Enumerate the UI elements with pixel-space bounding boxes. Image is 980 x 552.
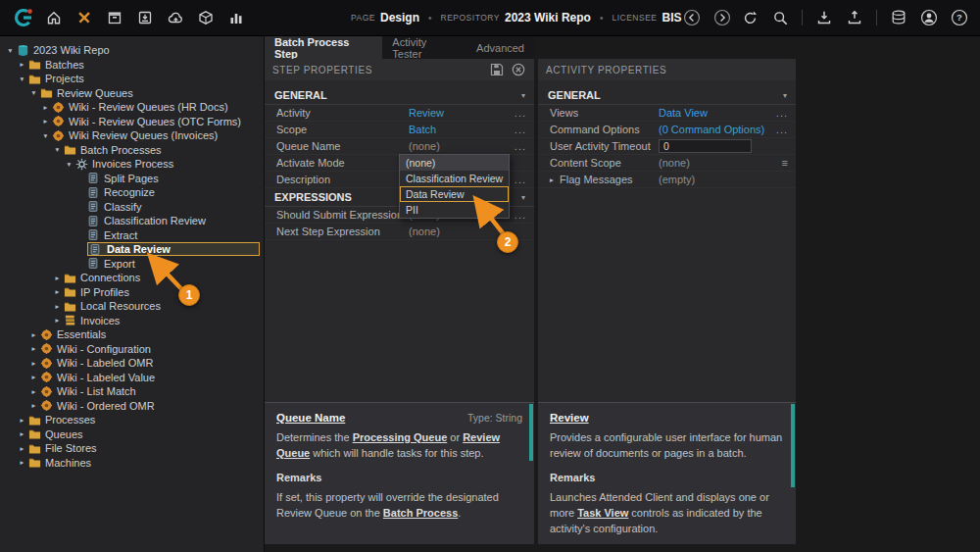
activity-general-section-header[interactable]: GENERAL ▾ — [538, 86, 796, 105]
help-link[interactable]: Batch Process — [383, 507, 458, 519]
expander-icon[interactable]: ▾ — [51, 145, 64, 154]
tree-item-recognize[interactable]: Recognize — [0, 185, 264, 200]
expander-icon[interactable]: ▸ — [550, 176, 560, 184]
property-row-activity[interactable]: ActivityReview... — [265, 105, 534, 122]
tree-item-wiki-labeled-omr[interactable]: ▸Wiki - Labeled OMR — [0, 356, 264, 371]
property-row-views[interactable]: ViewsData View... — [538, 105, 796, 122]
tree-item-data-review[interactable]: Data Review — [0, 242, 264, 257]
tree-item-batch-processes[interactable]: ▾Batch Processes — [0, 143, 264, 158]
refresh-icon[interactable] — [741, 9, 759, 26]
tree-item-invoices-process[interactable]: ▾Invoices Process — [0, 157, 264, 172]
layers-icon[interactable] — [890, 9, 907, 26]
tree-item-export[interactable]: Export — [0, 257, 264, 272]
expander-icon[interactable]: ▸ — [16, 429, 28, 438]
tree-item-local-resources[interactable]: ▸Local Resources — [0, 299, 264, 314]
ellipsis-button[interactable]: ... — [511, 140, 526, 152]
expander-icon[interactable]: ▸ — [39, 117, 52, 125]
tree-item-wiki-ordered-omr[interactable]: ▸Wiki - Ordered OMR — [0, 399, 264, 414]
property-value[interactable]: (0 Command Options) — [659, 124, 772, 135]
expander-icon[interactable]: ▾ — [27, 88, 40, 97]
stats-icon[interactable] — [227, 9, 245, 26]
property-row-command-options[interactable]: Command Options(0 Command Options)... — [538, 122, 796, 138]
expander-icon[interactable]: ▸ — [16, 458, 28, 467]
grooper-logo-icon[interactable] — [12, 6, 35, 29]
expander-icon[interactable]: ▾ — [4, 46, 17, 55]
dropdown-option-none[interactable]: (none) — [400, 155, 509, 171]
ellipsis-button[interactable]: ... — [511, 174, 526, 185]
import-icon[interactable] — [136, 9, 154, 26]
cloud-icon[interactable] — [167, 9, 184, 26]
tools-icon[interactable] — [75, 9, 93, 26]
tab-batch-process-step[interactable]: Batch Process Step — [265, 36, 382, 59]
expander-icon[interactable]: ▸ — [16, 416, 28, 425]
expander-icon[interactable]: ▸ — [16, 60, 28, 69]
tree-item-connections[interactable]: ▸Connections — [0, 271, 264, 285]
expander-icon[interactable]: ▸ — [27, 387, 40, 396]
repository-value[interactable]: 2023 Wiki Repo — [505, 11, 591, 25]
tree-item-batches[interactable]: ▸Batches — [0, 58, 264, 73]
expander-icon[interactable]: ▸ — [51, 302, 64, 311]
tree-item-wiki-configuration[interactable]: ▸Wiki - Configuration — [0, 342, 264, 357]
property-input[interactable]: 0 — [659, 139, 752, 153]
chevron-down-icon[interactable]: ▾ — [521, 91, 525, 100]
expander-icon[interactable]: ▸ — [27, 330, 40, 339]
download-icon[interactable] — [815, 9, 833, 26]
property-value[interactable]: Data View — [659, 107, 772, 119]
tab-advanced[interactable]: Advanced — [466, 36, 534, 59]
back-icon[interactable] — [683, 9, 701, 26]
expander-icon[interactable]: ▸ — [51, 316, 64, 325]
tree-item-wiki-review-queues-hr-docs[interactable]: ▸Wiki - Review Queues (HR Docs) — [0, 100, 264, 115]
property-value[interactable]: Batch — [409, 124, 511, 135]
expander-icon[interactable]: ▾ — [63, 160, 75, 169]
expander-icon[interactable]: ▸ — [51, 274, 64, 282]
tree-item-review-queues[interactable]: ▾Review Queues — [0, 86, 264, 101]
tab-activity-tester[interactable]: Activity Tester — [382, 36, 466, 59]
ellipsis-button[interactable]: ... — [511, 107, 526, 119]
tree-item-split-pages[interactable]: Split Pages — [0, 172, 264, 186]
tree-item-processes[interactable]: ▸Processes — [0, 413, 264, 427]
menu-icon[interactable]: ≡ — [772, 157, 788, 169]
tree-item-wiki-review-queues-invoices[interactable]: ▾Wiki Review Queues (Invoices) — [0, 128, 264, 143]
expander-icon[interactable]: ▸ — [51, 287, 64, 296]
property-row-content-scope[interactable]: Content Scope(none)≡ — [538, 155, 796, 172]
scrollbar-thumb[interactable] — [529, 404, 533, 461]
search-icon[interactable] — [771, 9, 789, 26]
ellipsis-button[interactable]: ... — [511, 124, 526, 135]
expander-icon[interactable]: ▸ — [27, 344, 40, 353]
tree-item-projects[interactable]: ▾Projects — [0, 72, 264, 86]
tree-item-wiki-labeled-value[interactable]: ▸Wiki - Labeled Value — [0, 371, 264, 385]
user-icon[interactable] — [920, 9, 938, 26]
property-row-queue-name[interactable]: Queue Name(none)... — [265, 138, 534, 155]
help-icon[interactable]: ? — [951, 9, 968, 26]
upload-icon[interactable] — [846, 9, 863, 26]
home-icon[interactable] — [45, 9, 63, 26]
tree-item-extract[interactable]: Extract — [0, 228, 264, 243]
save-icon[interactable] — [489, 62, 505, 77]
tree-item-file-stores[interactable]: ▸File Stores — [0, 441, 264, 456]
expander-icon[interactable]: ▸ — [16, 444, 28, 453]
chevron-down-icon[interactable]: ▾ — [521, 193, 525, 202]
dropdown-option-classification-review[interactable]: Classification Review — [400, 171, 509, 186]
tree-item-wiki-list-match[interactable]: ▸Wiki - List Match — [0, 384, 264, 399]
package-icon[interactable] — [197, 9, 215, 26]
tree-item-invoices[interactable]: ▸Invoices — [0, 314, 264, 328]
property-row-user-activity-timeout[interactable]: User Activity Timeout0 — [538, 138, 796, 155]
expander-icon[interactable]: ▾ — [39, 131, 52, 140]
forward-icon[interactable] — [713, 9, 731, 26]
expander-icon[interactable]: ▸ — [39, 103, 52, 112]
tree-item-essentials[interactable]: ▸Essentials — [0, 327, 264, 342]
property-value[interactable]: Review — [409, 107, 511, 119]
property-row-scope[interactable]: ScopeBatch... — [265, 122, 534, 138]
step-general-section-header[interactable]: GENERAL ▾ — [265, 86, 534, 105]
tree-item-classification-review[interactable]: Classification Review — [0, 214, 264, 228]
page-value[interactable]: Design — [380, 11, 419, 25]
tree-item-wiki-review-queues-otc-forms[interactable]: ▸Wiki - Review Queues (OTC Forms) — [0, 115, 264, 129]
tree-item-2023-wiki-repo[interactable]: ▾2023 Wiki Repo — [0, 43, 264, 58]
help-link[interactable]: Processing Queue — [353, 431, 448, 443]
scrollbar-thumb[interactable] — [791, 404, 795, 487]
tree-item-classify[interactable]: Classify — [0, 200, 264, 215]
tree-item-ip-profiles[interactable]: ▸IP Profiles — [0, 285, 264, 300]
expander-icon[interactable]: ▸ — [27, 401, 40, 410]
batches-icon[interactable] — [106, 9, 123, 26]
ellipsis-button[interactable]: ... — [772, 124, 788, 135]
